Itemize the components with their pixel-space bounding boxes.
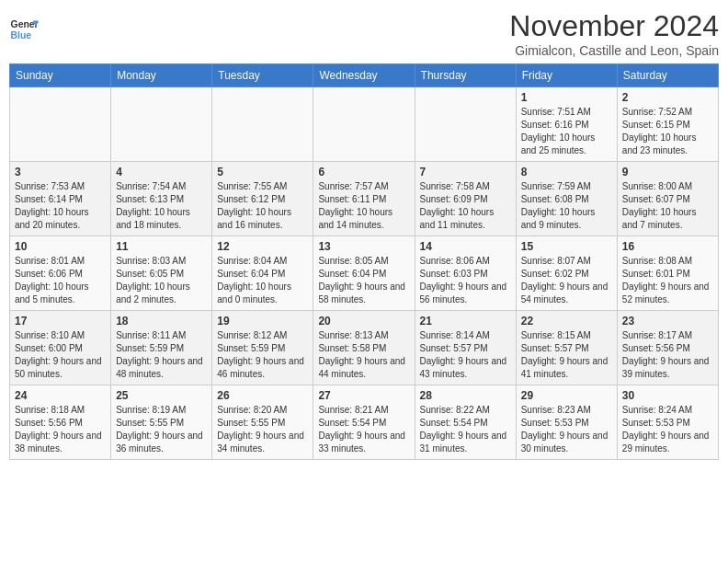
header-saturday: Saturday (617, 64, 718, 87)
day-number: 7 (420, 166, 511, 178)
day-number: 10 (15, 240, 106, 253)
day-info: Sunrise: 8:03 AM Sunset: 6:05 PM Dayligh… (116, 255, 207, 306)
day-number: 11 (116, 240, 207, 253)
calendar-cell: 20Sunrise: 8:13 AM Sunset: 5:58 PM Dayli… (313, 311, 415, 385)
day-info: Sunrise: 7:55 AM Sunset: 6:12 PM Dayligh… (217, 180, 308, 232)
calendar-cell: 11Sunrise: 8:03 AM Sunset: 6:05 PM Dayli… (111, 236, 212, 311)
calendar-cell: 16Sunrise: 8:08 AM Sunset: 6:01 PM Dayli… (617, 236, 718, 311)
day-info: Sunrise: 8:06 AM Sunset: 6:03 PM Dayligh… (420, 255, 511, 306)
day-info: Sunrise: 8:00 AM Sunset: 6:07 PM Dayligh… (622, 180, 713, 232)
calendar-cell (313, 87, 415, 162)
day-info: Sunrise: 8:12 AM Sunset: 5:59 PM Dayligh… (217, 329, 308, 381)
calendar-cell: 12Sunrise: 8:04 AM Sunset: 6:04 PM Dayli… (212, 236, 313, 311)
calendar-table: SundayMondayTuesdayWednesdayThursdayFrid… (9, 63, 719, 460)
svg-text:Blue: Blue (11, 30, 32, 40)
day-info: Sunrise: 8:07 AM Sunset: 6:02 PM Dayligh… (521, 255, 612, 306)
day-number: 29 (521, 389, 612, 402)
calendar-cell: 13Sunrise: 8:05 AM Sunset: 6:04 PM Dayli… (313, 236, 415, 311)
day-number: 21 (420, 315, 511, 327)
calendar-cell: 10Sunrise: 8:01 AM Sunset: 6:06 PM Dayli… (10, 236, 111, 311)
day-info: Sunrise: 8:10 AM Sunset: 6:00 PM Dayligh… (15, 329, 106, 381)
day-info: Sunrise: 8:17 AM Sunset: 5:56 PM Dayligh… (622, 329, 713, 381)
day-number: 20 (318, 315, 409, 327)
day-info: Sunrise: 8:23 AM Sunset: 5:53 PM Dayligh… (521, 404, 612, 455)
calendar-week-2: 3Sunrise: 7:53 AM Sunset: 6:14 PM Daylig… (10, 162, 719, 236)
day-info: Sunrise: 8:21 AM Sunset: 5:54 PM Dayligh… (318, 404, 409, 455)
page-header: General Blue November 2024 Gimialcon, Ca… (9, 9, 719, 58)
logo: General Blue (9, 15, 39, 44)
calendar-cell: 24Sunrise: 8:18 AM Sunset: 5:56 PM Dayli… (10, 385, 111, 460)
calendar-cell: 6Sunrise: 7:57 AM Sunset: 6:11 PM Daylig… (313, 162, 415, 236)
calendar-cell: 14Sunrise: 8:06 AM Sunset: 6:03 PM Dayli… (415, 236, 516, 311)
day-info: Sunrise: 8:20 AM Sunset: 5:55 PM Dayligh… (217, 404, 308, 455)
calendar-cell: 22Sunrise: 8:15 AM Sunset: 5:57 PM Dayli… (516, 311, 617, 385)
day-info: Sunrise: 7:51 AM Sunset: 6:16 PM Dayligh… (521, 106, 612, 157)
header-wednesday: Wednesday (313, 64, 415, 87)
calendar-cell: 26Sunrise: 8:20 AM Sunset: 5:55 PM Dayli… (212, 385, 313, 460)
day-number: 8 (521, 166, 612, 178)
day-number: 2 (622, 91, 713, 104)
header-sunday: Sunday (10, 64, 111, 87)
day-number: 14 (420, 240, 511, 253)
calendar-cell: 9Sunrise: 8:00 AM Sunset: 6:07 PM Daylig… (617, 162, 718, 236)
day-info: Sunrise: 7:58 AM Sunset: 6:09 PM Dayligh… (420, 180, 511, 232)
day-number: 4 (116, 166, 207, 178)
calendar-cell: 21Sunrise: 8:14 AM Sunset: 5:57 PM Dayli… (415, 311, 516, 385)
header-monday: Monday (111, 64, 212, 87)
calendar-cell (111, 87, 212, 162)
day-number: 13 (318, 240, 409, 253)
day-info: Sunrise: 7:53 AM Sunset: 6:14 PM Dayligh… (15, 180, 106, 232)
day-info: Sunrise: 7:54 AM Sunset: 6:13 PM Dayligh… (116, 180, 207, 232)
day-number: 15 (521, 240, 612, 253)
day-info: Sunrise: 8:22 AM Sunset: 5:54 PM Dayligh… (420, 404, 511, 455)
day-number: 30 (622, 389, 713, 402)
calendar-cell: 8Sunrise: 7:59 AM Sunset: 6:08 PM Daylig… (516, 162, 617, 236)
calendar-cell: 7Sunrise: 7:58 AM Sunset: 6:09 PM Daylig… (415, 162, 516, 236)
day-number: 5 (217, 166, 308, 178)
day-number: 24 (15, 389, 106, 402)
day-info: Sunrise: 8:04 AM Sunset: 6:04 PM Dayligh… (217, 255, 308, 306)
day-number: 1 (521, 91, 612, 104)
calendar-cell (415, 87, 516, 162)
day-info: Sunrise: 8:18 AM Sunset: 5:56 PM Dayligh… (15, 404, 106, 455)
title-area: November 2024 Gimialcon, Castille and Le… (509, 9, 719, 58)
calendar-cell: 23Sunrise: 8:17 AM Sunset: 5:56 PM Dayli… (617, 311, 718, 385)
calendar-cell: 19Sunrise: 8:12 AM Sunset: 5:59 PM Dayli… (212, 311, 313, 385)
day-info: Sunrise: 7:52 AM Sunset: 6:15 PM Dayligh… (622, 106, 713, 157)
day-number: 3 (15, 166, 106, 178)
day-info: Sunrise: 7:59 AM Sunset: 6:08 PM Dayligh… (521, 180, 612, 232)
day-info: Sunrise: 8:14 AM Sunset: 5:57 PM Dayligh… (420, 329, 511, 381)
page-subtitle: Gimialcon, Castille and Leon, Spain (509, 43, 719, 58)
calendar-cell: 4Sunrise: 7:54 AM Sunset: 6:13 PM Daylig… (111, 162, 212, 236)
calendar-week-3: 10Sunrise: 8:01 AM Sunset: 6:06 PM Dayli… (10, 236, 719, 311)
calendar-cell: 17Sunrise: 8:10 AM Sunset: 6:00 PM Dayli… (10, 311, 111, 385)
calendar-cell: 18Sunrise: 8:11 AM Sunset: 5:59 PM Dayli… (111, 311, 212, 385)
calendar-header-row: SundayMondayTuesdayWednesdayThursdayFrid… (10, 64, 719, 87)
day-number: 17 (15, 315, 106, 327)
calendar-cell: 3Sunrise: 7:53 AM Sunset: 6:14 PM Daylig… (10, 162, 111, 236)
calendar-cell: 15Sunrise: 8:07 AM Sunset: 6:02 PM Dayli… (516, 236, 617, 311)
calendar-cell: 29Sunrise: 8:23 AM Sunset: 5:53 PM Dayli… (516, 385, 617, 460)
header-thursday: Thursday (415, 64, 516, 87)
day-number: 28 (420, 389, 511, 402)
day-number: 6 (318, 166, 409, 178)
calendar-week-1: 1Sunrise: 7:51 AM Sunset: 6:16 PM Daylig… (10, 87, 719, 162)
calendar-cell: 27Sunrise: 8:21 AM Sunset: 5:54 PM Dayli… (313, 385, 415, 460)
day-number: 27 (318, 389, 409, 402)
day-info: Sunrise: 8:19 AM Sunset: 5:55 PM Dayligh… (116, 404, 207, 455)
day-number: 9 (622, 166, 713, 178)
day-info: Sunrise: 8:05 AM Sunset: 6:04 PM Dayligh… (318, 255, 409, 306)
logo-icon: General Blue (9, 15, 39, 44)
day-info: Sunrise: 8:01 AM Sunset: 6:06 PM Dayligh… (15, 255, 106, 306)
calendar-cell: 2Sunrise: 7:52 AM Sunset: 6:15 PM Daylig… (617, 87, 718, 162)
header-friday: Friday (516, 64, 617, 87)
calendar-cell (212, 87, 313, 162)
day-number: 25 (116, 389, 207, 402)
calendar-cell (10, 87, 111, 162)
day-info: Sunrise: 7:57 AM Sunset: 6:11 PM Dayligh… (318, 180, 409, 232)
header-tuesday: Tuesday (212, 64, 313, 87)
day-number: 16 (622, 240, 713, 253)
page-title: November 2024 (509, 9, 719, 43)
calendar-cell: 25Sunrise: 8:19 AM Sunset: 5:55 PM Dayli… (111, 385, 212, 460)
day-info: Sunrise: 8:08 AM Sunset: 6:01 PM Dayligh… (622, 255, 713, 306)
